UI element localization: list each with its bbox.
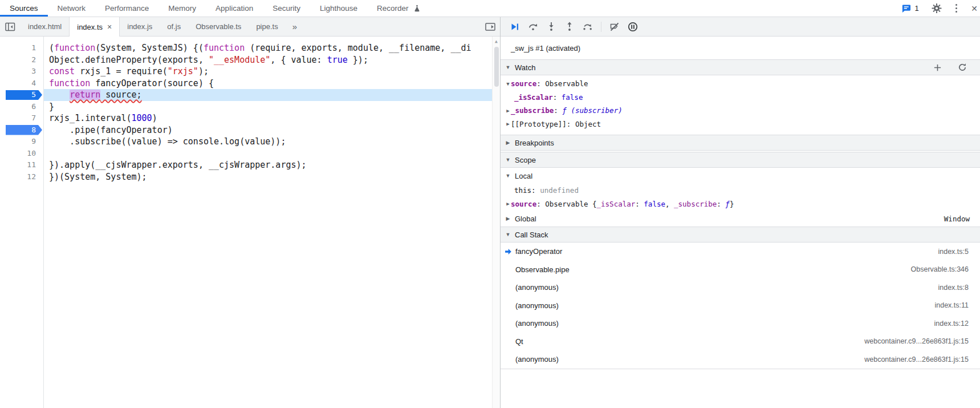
code-token: _isScalar [597, 200, 636, 208]
code-text: }).apply(__cjsWrapper.exports, __cjsWrap… [44, 159, 500, 171]
tree-item[interactable]: _isScalar: false [501, 91, 980, 104]
resume-button[interactable] [507, 19, 522, 34]
callstack-frame[interactable]: (anonymous)index.ts:8 [501, 278, 980, 297]
tree-item[interactable]: this: undefined [501, 184, 980, 197]
more-options-icon[interactable] [954, 3, 959, 14]
tree-item[interactable]: ▶[[Prototype]]: Object [501, 118, 980, 131]
scroll-up-icon[interactable]: ▲ [493, 37, 500, 44]
chevron-right-icon[interactable]: ▶ [505, 201, 511, 207]
line-number-5[interactable]: 5 [0, 89, 44, 101]
main-tab-network[interactable]: Network [48, 0, 96, 17]
pause-on-exceptions-button[interactable] [625, 19, 640, 34]
file-tab-index.ts[interactable]: index.ts× [69, 17, 120, 37]
file-tab-pipe.ts[interactable]: pipe.ts [249, 17, 285, 36]
main-tab-security[interactable]: Security [263, 0, 310, 17]
editor-lines: 1(function(System, SystemJS) {(function … [0, 37, 500, 183]
callstack-frame[interactable]: (anonymous)webcontainer.c9...26e863f1.js… [501, 350, 980, 369]
code-line-2: 2Object.defineProperty(exports, "__esMod… [0, 54, 500, 66]
callstack-frame[interactable]: Qtwebcontainer.c9...26e863f1.js:15 [501, 333, 980, 351]
resume-icon [510, 22, 520, 32]
deactivate-breakpoints-button[interactable] [607, 19, 622, 34]
callstack-frame[interactable]: Observable.pipeObservable.ts:346 [501, 261, 980, 279]
line-number-12[interactable]: 12 [0, 171, 44, 183]
editor-scrollbar[interactable]: ▲ [492, 37, 500, 408]
step-button[interactable] [580, 19, 595, 34]
main-tab-recorder[interactable]: Recorder [367, 0, 432, 17]
issues-icon [901, 3, 912, 14]
chevron-right-icon[interactable]: ▶ [505, 216, 511, 221]
file-tab-of.js[interactable]: of.js [160, 17, 188, 36]
issues-button[interactable]: 1 [901, 3, 919, 14]
main-tab-application[interactable]: Application [206, 0, 263, 17]
devtools-window: SourcesNetworkPerformanceMemoryApplicati… [0, 0, 980, 408]
scope-list: ▼Localthis: undefined▶source: Observable… [501, 168, 980, 227]
step-into-button[interactable] [544, 19, 559, 34]
code-token: true [327, 55, 348, 65]
line-number-4[interactable]: 4 [0, 78, 44, 90]
code-editor[interactable]: 1(function(System, SystemJS) {(function … [0, 37, 500, 408]
chevron-down-icon[interactable]: ▼ [505, 173, 511, 179]
code-line-11: 11}).apply(__cjsWrapper.exports, __cjsWr… [0, 159, 500, 171]
callstack-frame[interactable]: fancyOperatorindex.ts:5 [501, 243, 980, 261]
line-number-11[interactable]: 11 [0, 159, 44, 171]
tree-item[interactable]: ▼source: Observable [501, 77, 980, 91]
line-number-2[interactable]: 2 [0, 54, 44, 66]
main-tab-memory[interactable]: Memory [158, 0, 206, 17]
add-watch-icon[interactable] [932, 62, 942, 72]
code-token: ); [198, 66, 209, 76]
line-number-7[interactable]: 7 [0, 112, 44, 124]
code-token: rxjs_1 = require( [75, 66, 168, 76]
code-token: : [717, 200, 725, 208]
step-out-button[interactable] [562, 19, 577, 34]
chevron-down-icon[interactable]: ▼ [505, 81, 511, 87]
scope-section-header[interactable]: ▼ Scope [501, 152, 980, 168]
line-number-1[interactable]: 1 [0, 42, 44, 54]
code-token: "__esModule" [209, 55, 270, 65]
file-tab-index.js[interactable]: index.js [120, 17, 160, 36]
file-tab-label: pipe.ts [256, 22, 278, 31]
thread-item[interactable]: _sw_js #1 (activated) [501, 37, 980, 59]
line-number-6[interactable]: 6 [0, 101, 44, 113]
refresh-watch-icon[interactable] [957, 62, 967, 72]
scrollbar-thumb[interactable] [494, 47, 499, 87]
main-tab-lighthouse[interactable]: Lighthouse [310, 0, 367, 17]
file-tab-Observable.ts[interactable]: Observable.ts [188, 17, 249, 36]
chevron-right-icon[interactable]: ▶ [505, 121, 511, 127]
callstack-section-title: Call Stack [515, 231, 548, 239]
breakpoints-section-header[interactable]: ▶ Breakpoints [501, 135, 980, 151]
close-tab-icon[interactable]: × [107, 23, 112, 31]
file-tab-index.html[interactable]: index.html [21, 17, 69, 36]
tree-item[interactable]: ▶source: Observable {_isScalar: false, _… [501, 197, 980, 211]
callstack-section-header[interactable]: ▼ Call Stack [501, 227, 980, 243]
code-token: } [730, 200, 734, 208]
code-token: false [562, 93, 583, 102]
settings-gear-icon[interactable] [932, 3, 942, 14]
callstack-frame[interactable]: (anonymous)index.ts:11 [501, 297, 980, 315]
tree-item[interactable]: ▶_subscribe: ƒ (subscriber) [501, 104, 980, 118]
line-number-10[interactable]: 10 [0, 148, 44, 160]
scope-group-local[interactable]: ▼Local [501, 168, 980, 184]
watch-section-header[interactable]: ▼ Watch [501, 59, 980, 75]
code-token: rxjs_1.interval( [49, 113, 132, 123]
issues-count: 1 [915, 4, 919, 13]
navigator-toggle-button[interactable] [0, 17, 21, 36]
close-icon[interactable]: ✕ [971, 4, 978, 13]
frame-location: index.ts:12 [934, 320, 969, 328]
file-tabs: index.htmlindex.ts×index.jsof.jsObservab… [21, 17, 286, 36]
code-token: false [644, 200, 665, 208]
frame-function-name: (anonymous) [515, 283, 559, 292]
tab-overflow-button[interactable]: » [286, 17, 304, 36]
step-over-button[interactable] [526, 19, 540, 34]
main-tab-sources[interactable]: Sources [0, 0, 48, 17]
line-number-8[interactable]: 8 [0, 124, 44, 136]
code-text: return source; [44, 89, 500, 101]
line-number-9[interactable]: 9 [0, 136, 44, 148]
scope-group-global[interactable]: ▶GlobalWindow [501, 211, 980, 227]
main-tab-performance[interactable]: Performance [95, 0, 158, 17]
code-token: } [49, 102, 54, 112]
open-panel-button[interactable] [485, 17, 495, 36]
scope-items: this: undefined [501, 184, 980, 197]
chevron-right-icon[interactable]: ▶ [505, 108, 511, 114]
line-number-3[interactable]: 3 [0, 66, 44, 78]
callstack-frame[interactable]: (anonymous)index.ts:12 [501, 314, 980, 333]
